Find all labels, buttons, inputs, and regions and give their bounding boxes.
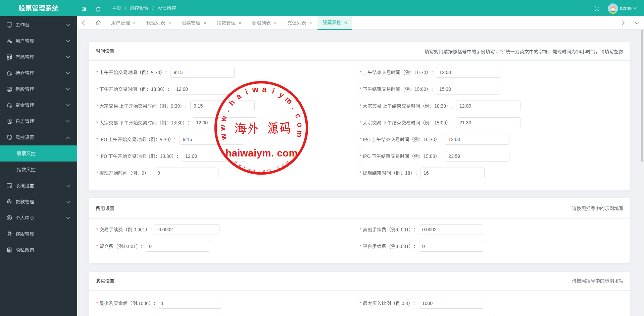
svg-text:w: w xyxy=(218,115,229,123)
svg-text:a: a xyxy=(234,91,243,101)
svg-text:c: c xyxy=(293,113,303,119)
svg-text:m: m xyxy=(267,168,271,173)
svg-text:a: a xyxy=(262,85,267,94)
svg-text:c: c xyxy=(277,165,280,170)
svg-text:m: m xyxy=(283,95,294,106)
svg-text:m: m xyxy=(295,130,305,138)
svg-text:y: y xyxy=(278,90,286,100)
svg-text:h: h xyxy=(227,98,237,107)
svg-text:w: w xyxy=(218,133,229,141)
svg-text:.: . xyxy=(222,107,231,113)
svg-text:y: y xyxy=(263,169,265,173)
svg-text:haiwaiym. com: haiwaiym. com xyxy=(226,147,298,159)
svg-text:w: w xyxy=(218,125,227,131)
svg-text:w: w xyxy=(251,85,259,94)
svg-text:o: o xyxy=(296,122,305,127)
svg-text:i: i xyxy=(271,86,276,96)
svg-text:.: . xyxy=(290,105,299,111)
svg-text:i: i xyxy=(244,87,249,96)
